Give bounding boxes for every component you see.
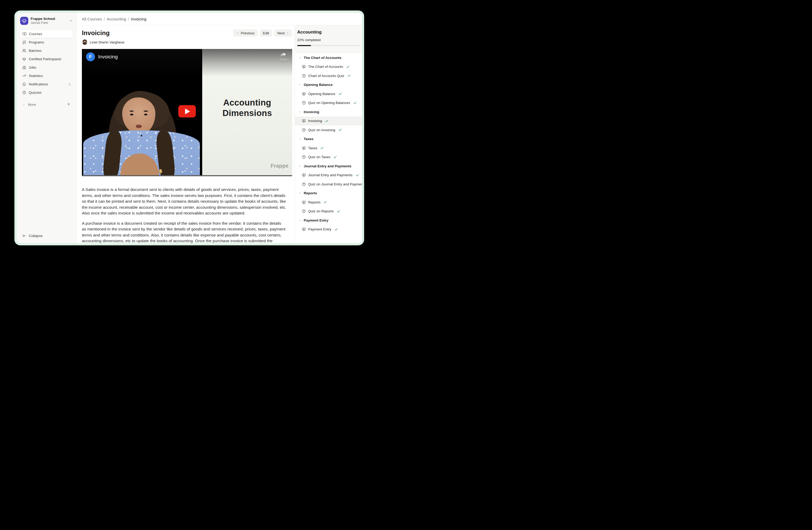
chapter-title: Payment Entry [304, 219, 329, 222]
lesson-row[interactable]: Opening Balance [295, 89, 362, 98]
chapter-title: Reports [304, 191, 317, 195]
breadcrumb: All Courses / Accounting / Invoicing [77, 13, 362, 25]
sidebar-item-label: Certified Participants [29, 57, 61, 61]
lesson-row[interactable]: Reports [295, 198, 362, 207]
course-outline-panel: Accounting 22% completed The Chart of Ac… [294, 25, 362, 243]
notification-count-badge: 1 [69, 82, 71, 86]
chapter-header[interactable]: The Chart of Accounts [295, 53, 362, 62]
outline-list: The Chart of Accounts The Chart of Accou… [295, 53, 362, 243]
lesson-title: Opening Balance [308, 92, 335, 96]
monitor-play-icon [302, 92, 306, 96]
play-icon [185, 108, 190, 114]
chapter-title: Journal Entry and Payments [304, 164, 351, 168]
lesson-row[interactable]: Quiz on Taxes [295, 153, 362, 162]
play-button[interactable] [178, 105, 196, 117]
lesson-title: The Chart of Accounts [308, 65, 343, 69]
collapse-icon [22, 234, 26, 238]
lesson-row[interactable]: Quiz on Reports [295, 207, 362, 216]
completed-check-icon [338, 92, 342, 96]
sidebar-item-batches[interactable]: Batches [20, 46, 73, 55]
lesson-row[interactable]: Journal Entry and Payments [295, 171, 362, 180]
sidebar-nav: Courses Programs Batches Certified Parti… [20, 30, 73, 97]
previous-button[interactable]: Previous [233, 29, 258, 37]
course-title: Accounting [297, 30, 360, 35]
monitor-play-icon [302, 146, 306, 150]
completed-check-icon [334, 227, 338, 231]
sidebar-item-label: Jobs [29, 66, 37, 69]
circle-help-icon [302, 128, 306, 132]
circle-help-icon [302, 182, 306, 186]
lesson-title: Payment Entry [308, 227, 331, 231]
sidebar-item-notifications[interactable]: Notifications 1 [20, 80, 73, 88]
sidebar-item-more[interactable]: More [20, 100, 73, 108]
lesson-body-text: A Sales invoice is a formal document sen… [82, 187, 287, 243]
trending-up-icon [22, 74, 26, 78]
chevron-down-icon [299, 219, 301, 222]
chapter-header[interactable]: Payment Entry [295, 216, 362, 225]
sidebar-item-jobs[interactable]: Jobs [20, 63, 73, 71]
page-title: Invoicing [82, 29, 110, 37]
monitor-play-icon [302, 65, 306, 69]
sidebar-item-quizzes[interactable]: Quizzes [20, 88, 73, 97]
lesson-row[interactable]: Invoicing [295, 116, 362, 126]
chapter-title: Invoicing [304, 110, 319, 114]
sidebar-item-label: Quizzes [29, 90, 42, 95]
completed-check-icon [325, 119, 329, 123]
lesson-title: Taxes [308, 146, 317, 150]
chapter-header[interactable]: Invoicing [295, 107, 362, 116]
sidebar-item-courses[interactable]: Courses [20, 30, 73, 38]
add-button[interactable] [67, 102, 71, 107]
lesson-row[interactable]: Quiz on Opening Balances [295, 98, 362, 108]
lesson-paragraph: A purchase invoice is a document created… [82, 221, 287, 243]
monitor-play-icon [302, 119, 306, 123]
completed-check-icon [338, 128, 342, 132]
app-window: Frappe School Jannat Patel Courses Progr… [14, 11, 364, 245]
breadcrumb-all-courses[interactable]: All Courses [82, 17, 102, 21]
channel-avatar[interactable]: F [86, 52, 95, 61]
chapter-header[interactable]: Opening Balance [295, 80, 362, 89]
chevron-down-icon [299, 138, 301, 140]
lesson-row[interactable]: Taxes [295, 143, 362, 153]
users-icon [22, 49, 26, 53]
lesson-row[interactable]: Quiz on Invoicing [295, 125, 362, 135]
author-name: Linet Sherin Varghese [90, 40, 125, 44]
completed-check-icon [353, 101, 357, 105]
chapter-header[interactable]: Reports [295, 189, 362, 198]
video-player[interactable]: Accounting Dimensions Frappe F Invoicing [82, 49, 292, 176]
completed-check-icon [320, 146, 324, 150]
lesson-title: Quiz on Journal Entry and Payments [308, 182, 362, 186]
breadcrumb-accounting[interactable]: Accounting [107, 17, 126, 21]
screenshot-stage: Frappe School Jannat Patel Courses Progr… [0, 0, 406, 265]
next-button[interactable]: Next [274, 29, 292, 37]
monitor-play-icon [302, 173, 306, 177]
school-switcher[interactable]: Frappe School Jannat Patel [20, 17, 73, 25]
chapter-title: The Chart of Accounts [304, 56, 342, 60]
frappe-watermark: Frappe [271, 163, 289, 169]
collapse-sidebar-button[interactable]: Collapse [20, 232, 73, 240]
video-title[interactable]: Invoicing [98, 54, 118, 60]
lesson-row[interactable]: The Chart of Accounts [295, 62, 362, 71]
share-button[interactable]: Share [279, 52, 288, 61]
sidebar-item-label: Programs [29, 40, 44, 44]
circle-help-icon [302, 155, 306, 159]
lesson-row[interactable]: Quiz on Journal Entry and Payments [295, 180, 362, 189]
edit-button[interactable]: Edit [260, 29, 272, 37]
lesson-row[interactable]: Chart of Accounts Quiz [295, 71, 362, 80]
lesson-title: Quiz on Opening Balances [308, 101, 350, 105]
sidebar-item-certified-participants[interactable]: Certified Participants [20, 55, 73, 63]
chevron-down-icon [299, 56, 301, 59]
briefcase-icon [22, 66, 26, 69]
more-label: More [28, 103, 36, 107]
lesson-row[interactable]: Payment Entry [295, 225, 362, 234]
sidebar-item-programs[interactable]: Programs [20, 38, 73, 46]
chevron-down-icon [299, 111, 301, 113]
lesson-title: Chart of Accounts Quiz [308, 74, 344, 78]
breadcrumb-current: Invoicing [131, 17, 146, 21]
chapter-header[interactable]: Journal Entry and Payments [295, 162, 362, 171]
sidebar-item-statistics[interactable]: Statistics [20, 71, 73, 80]
lesson-title: Journal Entry and Payments [308, 173, 353, 177]
circle-help-icon [302, 101, 306, 105]
chapter-header[interactable]: Taxes [295, 135, 362, 144]
chapter-title: Opening Balance [304, 83, 333, 87]
sidebar: Frappe School Jannat Patel Courses Progr… [16, 13, 77, 243]
